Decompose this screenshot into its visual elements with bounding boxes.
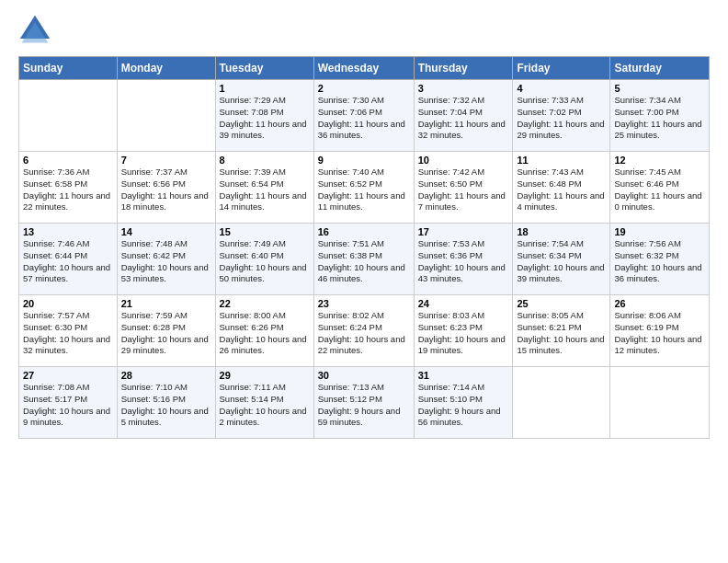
day-cell: 15Sunrise: 7:49 AM Sunset: 6:40 PM Dayli… [215, 224, 313, 295]
day-info: Sunrise: 7:56 AM Sunset: 6:32 PM Dayligh… [614, 238, 705, 285]
day-cell: 29Sunrise: 7:11 AM Sunset: 5:14 PM Dayli… [215, 367, 313, 439]
week-row-3: 13Sunrise: 7:46 AM Sunset: 6:44 PM Dayli… [19, 224, 710, 295]
day-cell: 13Sunrise: 7:46 AM Sunset: 6:44 PM Dayli… [19, 224, 118, 295]
day-number: 18 [517, 226, 606, 237]
day-number: 16 [318, 226, 410, 237]
logo-icon [18, 14, 51, 47]
day-cell: 26Sunrise: 8:06 AM Sunset: 6:19 PM Dayli… [610, 295, 710, 367]
day-number: 10 [418, 155, 509, 166]
day-info: Sunrise: 8:06 AM Sunset: 6:19 PM Dayligh… [614, 310, 705, 357]
day-cell: 12Sunrise: 7:45 AM Sunset: 6:46 PM Dayli… [610, 152, 710, 224]
day-cell: 28Sunrise: 7:10 AM Sunset: 5:16 PM Dayli… [117, 367, 215, 439]
day-cell: 9Sunrise: 7:40 AM Sunset: 6:52 PM Daylig… [313, 152, 414, 224]
day-info: Sunrise: 7:45 AM Sunset: 6:46 PM Dayligh… [614, 167, 705, 213]
day-info: Sunrise: 7:54 AM Sunset: 6:34 PM Dayligh… [517, 238, 606, 285]
day-info: Sunrise: 7:40 AM Sunset: 6:52 PM Dayligh… [318, 167, 410, 213]
day-info: Sunrise: 7:30 AM Sunset: 7:06 PM Dayligh… [318, 95, 410, 142]
day-number: 14 [121, 226, 211, 237]
day-cell: 2Sunrise: 7:30 AM Sunset: 7:06 PM Daylig… [313, 80, 414, 152]
col-header-saturday: Saturday [610, 57, 710, 80]
day-cell [610, 367, 710, 439]
day-cell: 31Sunrise: 7:14 AM Sunset: 5:10 PM Dayli… [414, 367, 513, 439]
week-row-2: 6Sunrise: 7:36 AM Sunset: 6:58 PM Daylig… [19, 152, 710, 224]
day-info: Sunrise: 7:39 AM Sunset: 6:54 PM Dayligh… [220, 167, 310, 213]
week-row-5: 27Sunrise: 7:08 AM Sunset: 5:17 PM Dayli… [19, 367, 710, 439]
col-header-thursday: Thursday [414, 57, 513, 80]
day-cell: 24Sunrise: 8:03 AM Sunset: 6:23 PM Dayli… [414, 295, 513, 367]
day-info: Sunrise: 7:53 AM Sunset: 6:36 PM Dayligh… [418, 238, 509, 285]
day-info: Sunrise: 7:49 AM Sunset: 6:40 PM Dayligh… [220, 238, 310, 285]
col-header-wednesday: Wednesday [313, 57, 414, 80]
day-cell: 10Sunrise: 7:42 AM Sunset: 6:50 PM Dayli… [414, 152, 513, 224]
day-cell: 18Sunrise: 7:54 AM Sunset: 6:34 PM Dayli… [513, 224, 610, 295]
day-number: 15 [220, 226, 310, 237]
day-info: Sunrise: 8:05 AM Sunset: 6:21 PM Dayligh… [517, 310, 606, 357]
day-info: Sunrise: 7:29 AM Sunset: 7:08 PM Dayligh… [220, 95, 310, 142]
day-cell: 17Sunrise: 7:53 AM Sunset: 6:36 PM Dayli… [414, 224, 513, 295]
day-number: 30 [318, 370, 410, 381]
day-number: 26 [614, 298, 705, 309]
day-cell: 14Sunrise: 7:48 AM Sunset: 6:42 PM Dayli… [117, 224, 215, 295]
day-number: 19 [614, 226, 705, 237]
day-cell [19, 80, 118, 152]
day-info: Sunrise: 8:00 AM Sunset: 6:26 PM Dayligh… [220, 310, 310, 357]
day-cell: 3Sunrise: 7:32 AM Sunset: 7:04 PM Daylig… [414, 80, 513, 152]
day-info: Sunrise: 7:43 AM Sunset: 6:48 PM Dayligh… [517, 167, 606, 213]
page: SundayMondayTuesdayWednesdayThursdayFrid… [0, 0, 728, 563]
header-row: SundayMondayTuesdayWednesdayThursdayFrid… [19, 57, 710, 80]
day-info: Sunrise: 7:37 AM Sunset: 6:56 PM Dayligh… [121, 167, 211, 213]
day-number: 29 [220, 370, 310, 381]
day-cell: 11Sunrise: 7:43 AM Sunset: 6:48 PM Dayli… [513, 152, 610, 224]
day-number: 31 [418, 370, 509, 381]
day-info: Sunrise: 7:57 AM Sunset: 6:30 PM Dayligh… [23, 310, 113, 357]
day-cell: 4Sunrise: 7:33 AM Sunset: 7:02 PM Daylig… [513, 80, 610, 152]
day-number: 3 [418, 83, 509, 94]
col-header-monday: Monday [117, 57, 215, 80]
day-info: Sunrise: 7:14 AM Sunset: 5:10 PM Dayligh… [418, 382, 509, 429]
day-cell: 25Sunrise: 8:05 AM Sunset: 6:21 PM Dayli… [513, 295, 610, 367]
day-cell: 23Sunrise: 8:02 AM Sunset: 6:24 PM Dayli… [313, 295, 414, 367]
day-number: 23 [318, 298, 410, 309]
day-number: 5 [614, 83, 705, 94]
day-cell: 8Sunrise: 7:39 AM Sunset: 6:54 PM Daylig… [215, 152, 313, 224]
col-header-friday: Friday [513, 57, 610, 80]
col-header-tuesday: Tuesday [215, 57, 313, 80]
day-info: Sunrise: 7:08 AM Sunset: 5:17 PM Dayligh… [23, 382, 113, 429]
day-number: 12 [614, 155, 705, 166]
day-number: 27 [23, 370, 113, 381]
day-info: Sunrise: 7:59 AM Sunset: 6:28 PM Dayligh… [121, 310, 211, 357]
day-cell: 20Sunrise: 7:57 AM Sunset: 6:30 PM Dayli… [19, 295, 118, 367]
day-info: Sunrise: 8:03 AM Sunset: 6:23 PM Dayligh… [418, 310, 509, 357]
day-info: Sunrise: 7:42 AM Sunset: 6:50 PM Dayligh… [418, 167, 509, 213]
day-number: 9 [318, 155, 410, 166]
day-number: 6 [23, 155, 113, 166]
day-number: 8 [220, 155, 310, 166]
day-info: Sunrise: 7:10 AM Sunset: 5:16 PM Dayligh… [121, 382, 211, 429]
day-cell: 1Sunrise: 7:29 AM Sunset: 7:08 PM Daylig… [215, 80, 313, 152]
day-info: Sunrise: 7:46 AM Sunset: 6:44 PM Dayligh… [23, 238, 113, 285]
day-info: Sunrise: 7:34 AM Sunset: 7:00 PM Dayligh… [614, 95, 705, 142]
day-number: 2 [318, 83, 410, 94]
day-number: 4 [517, 83, 606, 94]
day-number: 20 [23, 298, 113, 309]
day-number: 17 [418, 226, 509, 237]
day-number: 13 [23, 226, 113, 237]
day-info: Sunrise: 7:32 AM Sunset: 7:04 PM Dayligh… [418, 95, 509, 142]
day-cell: 19Sunrise: 7:56 AM Sunset: 6:32 PM Dayli… [610, 224, 710, 295]
day-info: Sunrise: 7:11 AM Sunset: 5:14 PM Dayligh… [220, 382, 310, 429]
logo [18, 14, 57, 47]
day-cell [513, 367, 610, 439]
day-number: 1 [220, 83, 310, 94]
day-number: 21 [121, 298, 211, 309]
day-cell: 7Sunrise: 7:37 AM Sunset: 6:56 PM Daylig… [117, 152, 215, 224]
day-info: Sunrise: 7:36 AM Sunset: 6:58 PM Dayligh… [23, 167, 113, 213]
day-number: 25 [517, 298, 606, 309]
day-info: Sunrise: 7:13 AM Sunset: 5:12 PM Dayligh… [318, 382, 410, 429]
day-number: 28 [121, 370, 211, 381]
day-cell: 22Sunrise: 8:00 AM Sunset: 6:26 PM Dayli… [215, 295, 313, 367]
week-row-4: 20Sunrise: 7:57 AM Sunset: 6:30 PM Dayli… [19, 295, 710, 367]
day-number: 11 [517, 155, 606, 166]
day-cell: 21Sunrise: 7:59 AM Sunset: 6:28 PM Dayli… [117, 295, 215, 367]
day-cell: 5Sunrise: 7:34 AM Sunset: 7:00 PM Daylig… [610, 80, 710, 152]
day-number: 22 [220, 298, 310, 309]
